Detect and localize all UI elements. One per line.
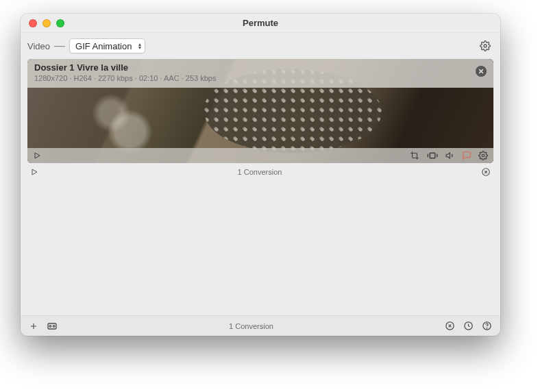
output-format-select[interactable]: GIF Animation ▲▼ bbox=[69, 38, 145, 53]
app-window: Permute Video — GIF Animation ▲▼ Dossier… bbox=[21, 14, 500, 336]
subtitle-button[interactable] bbox=[462, 151, 472, 160]
history-button[interactable] bbox=[463, 321, 474, 331]
help-icon bbox=[482, 321, 492, 331]
subtitle-icon bbox=[462, 151, 472, 160]
audio-button[interactable] bbox=[445, 151, 455, 160]
clock-icon bbox=[463, 321, 474, 331]
close-circle-icon bbox=[481, 167, 491, 177]
play-preview-button[interactable] bbox=[33, 151, 41, 160]
titlebar: Permute bbox=[21, 14, 500, 33]
presets-icon bbox=[47, 321, 58, 331]
toolbar: Video — GIF Animation ▲▼ bbox=[21, 33, 500, 59]
zoom-window-button[interactable] bbox=[56, 19, 64, 27]
item-settings-button[interactable] bbox=[478, 151, 488, 160]
settings-button[interactable] bbox=[480, 40, 491, 51]
crop-button[interactable] bbox=[410, 151, 419, 160]
media-type-label: Video bbox=[27, 41, 50, 51]
footer-status-text: 1 Conversion bbox=[66, 322, 437, 330]
chevron-updown-icon: ▲▼ bbox=[137, 42, 142, 49]
window-controls bbox=[21, 19, 64, 27]
svg-point-13 bbox=[487, 328, 487, 328]
trim-button[interactable] bbox=[426, 151, 439, 160]
group-status-text: 1 Conversion bbox=[38, 168, 481, 176]
svg-point-8 bbox=[49, 325, 51, 327]
start-group-button[interactable] bbox=[30, 168, 38, 176]
conversion-item[interactable]: Dossier 1 Vivre la ville 1280x720 · H264… bbox=[27, 59, 493, 163]
group-status-row: 1 Conversion bbox=[21, 163, 500, 181]
item-metadata: 1280x720 · H264 · 2270 kbps · 02:10 · AA… bbox=[34, 74, 469, 82]
svg-rect-2 bbox=[430, 153, 435, 158]
remove-item-button[interactable] bbox=[476, 66, 487, 77]
toolbar-separator: — bbox=[54, 40, 65, 52]
item-title: Dossier 1 Vivre la ville bbox=[34, 62, 469, 73]
item-header: Dossier 1 Vivre la ville 1280x720 · H264… bbox=[27, 59, 493, 88]
gear-icon bbox=[480, 40, 491, 51]
drop-area[interactable] bbox=[21, 181, 500, 315]
svg-point-9 bbox=[53, 325, 55, 327]
output-format-value: GIF Animation bbox=[75, 41, 132, 51]
clear-all-button[interactable] bbox=[445, 321, 455, 331]
close-icon bbox=[478, 69, 484, 74]
add-button[interactable] bbox=[29, 321, 38, 331]
play-icon bbox=[33, 151, 41, 160]
help-button[interactable] bbox=[482, 321, 492, 331]
play-icon bbox=[30, 168, 38, 176]
svg-marker-3 bbox=[446, 153, 450, 158]
close-window-button[interactable] bbox=[29, 19, 37, 27]
item-toolbar bbox=[27, 148, 493, 163]
minimize-window-button[interactable] bbox=[42, 19, 51, 27]
svg-marker-5 bbox=[32, 169, 37, 175]
gear-icon bbox=[478, 151, 488, 160]
svg-point-0 bbox=[484, 45, 487, 47]
crop-icon bbox=[410, 151, 419, 160]
plus-icon bbox=[29, 321, 38, 331]
presets-button[interactable] bbox=[47, 321, 58, 331]
close-circle-icon bbox=[445, 321, 455, 331]
clear-group-button[interactable] bbox=[481, 167, 491, 177]
svg-marker-1 bbox=[35, 153, 40, 158]
bottom-bar: 1 Conversion bbox=[21, 315, 500, 336]
window-title: Permute bbox=[21, 18, 500, 28]
trim-icon bbox=[426, 151, 439, 160]
speaker-icon bbox=[445, 151, 455, 160]
svg-point-4 bbox=[482, 154, 485, 157]
